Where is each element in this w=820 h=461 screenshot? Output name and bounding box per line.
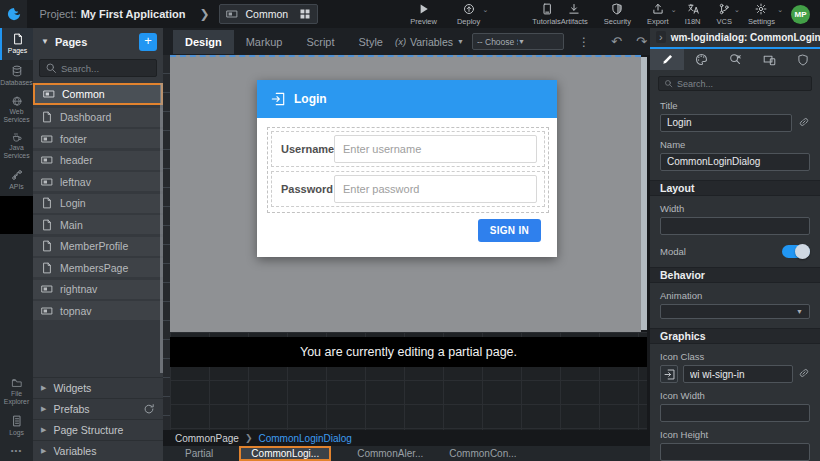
icon-width-input[interactable] — [660, 404, 810, 422]
tab-common-confirm-dialog[interactable]: CommonCon... — [449, 448, 516, 459]
top-bar: Project:My First Application ❯ Common Pr… — [0, 0, 820, 28]
security-button[interactable]: Security — [604, 3, 631, 26]
username-input[interactable] — [334, 135, 537, 163]
page-icon — [41, 197, 53, 209]
page-item-header[interactable]: header — [33, 151, 163, 170]
tab-properties[interactable] — [650, 49, 684, 70]
page-item-memberprofile[interactable]: MemberProfile — [33, 237, 163, 256]
settings-button[interactable]: Settings ⌄ — [748, 3, 775, 26]
form-container[interactable]: Username Password — [267, 127, 549, 213]
partial-icon — [41, 133, 53, 145]
bottom-tab-bar: Partial CommonLogi... CommonAler... Comm… — [163, 446, 650, 461]
collapse-chevron-icon[interactable]: › — [656, 31, 666, 43]
rail-item-logs[interactable]: Logs — [0, 410, 33, 442]
animation-select[interactable]: ▼ — [660, 304, 810, 319]
login-dialog-widget[interactable]: Login Username Password SIGN IN — [257, 80, 557, 257]
rail-item-java-services[interactable]: Java Services — [0, 128, 33, 164]
username-row[interactable]: Username — [271, 131, 545, 167]
preview-button[interactable]: Preview — [410, 3, 437, 26]
add-page-button[interactable]: + — [139, 33, 157, 51]
variables-dropdown[interactable]: (x) Variables ▼ — [395, 36, 464, 48]
gear-icon — [755, 3, 767, 15]
rail-item-file-explorer[interactable]: File Explorer — [0, 374, 33, 410]
page-selector-value: Common — [245, 8, 292, 20]
breadcrumb-current[interactable]: CommonLoginDialog — [258, 433, 351, 444]
page-item-rightnav[interactable]: rightnav — [33, 280, 163, 299]
rail-item-pages[interactable]: Pages — [0, 28, 33, 60]
tab-script[interactable]: Script — [294, 30, 346, 54]
page-item-dashboard[interactable]: Dashboard — [33, 108, 163, 127]
page-item-topnav[interactable]: topnav — [33, 301, 163, 320]
page-item-leftnav[interactable]: leftnav — [33, 172, 163, 191]
password-input[interactable] — [334, 175, 537, 203]
undo-button[interactable]: ↶ — [604, 34, 629, 49]
rail-item-databases[interactable]: Databases — [0, 60, 33, 92]
username-label: Username — [272, 143, 334, 155]
rail-more-button[interactable]: ••• — [0, 442, 33, 461]
page-selector-dropdown[interactable]: Common — [219, 4, 318, 24]
page-icon — [41, 219, 53, 231]
vcs-button[interactable]: VCS ⌄ — [716, 3, 731, 26]
page-item-main[interactable]: Main — [33, 215, 163, 234]
tutorials-button[interactable]: Tutorials — [532, 3, 560, 26]
bind-link-icon[interactable] — [798, 114, 810, 132]
icon-class-input[interactable] — [683, 365, 793, 383]
name-label: Name — [660, 139, 810, 150]
name-input[interactable] — [660, 153, 810, 171]
collapse-triangle-icon[interactable]: ▼ — [41, 37, 49, 46]
wavemaker-logo[interactable] — [0, 0, 27, 28]
project-label: Project: — [39, 8, 76, 20]
refresh-icon[interactable] — [143, 403, 155, 415]
modal-toggle[interactable] — [782, 245, 810, 258]
page-icon — [12, 33, 24, 45]
properties-search-input[interactable] — [677, 79, 806, 89]
dialog-header[interactable]: Login — [257, 80, 557, 118]
page-item-memberspage[interactable]: MembersPage — [33, 258, 163, 277]
section-variables[interactable]: ▶ Variables — [33, 440, 163, 461]
rail-divider-block — [0, 196, 33, 234]
tab-common-alert-dialog[interactable]: CommonAler... — [357, 448, 423, 459]
export-button[interactable]: Export ⌄ — [647, 3, 669, 26]
title-input[interactable] — [660, 114, 792, 132]
breadcrumb-parent[interactable]: CommonPage — [175, 433, 239, 444]
logs-icon — [11, 415, 23, 427]
tab-design[interactable]: Design — [173, 30, 234, 54]
tab-markup[interactable]: Markup — [234, 30, 295, 54]
icon-height-input[interactable] — [660, 443, 810, 461]
page-icon — [41, 111, 53, 123]
tab-common-login-dialog[interactable]: CommonLogi... — [239, 446, 331, 461]
tab-partial[interactable]: Partial — [185, 448, 213, 459]
page-item-common[interactable]: Common — [33, 83, 163, 105]
tab-events[interactable] — [718, 49, 752, 70]
width-input[interactable] — [660, 217, 810, 235]
deploy-button[interactable]: Deploy ⌄ — [457, 3, 480, 26]
more-options-button[interactable]: ⋮ — [572, 35, 596, 49]
properties-panel: › wm-logindialog: CommonLoginDialog Titl… — [650, 28, 820, 461]
artifacts-button[interactable]: Artifacts — [561, 3, 588, 26]
user-avatar[interactable]: MP — [791, 5, 810, 24]
rail-item-apis[interactable]: APIs — [0, 164, 33, 196]
artifacts-icon — [568, 3, 580, 15]
password-row[interactable]: Password — [271, 171, 545, 207]
screen-size-dropdown[interactable]: -- Choose Screen Size -- ▼ — [472, 33, 564, 50]
page-item-login[interactable]: Login — [33, 194, 163, 213]
icon-class-preview-button[interactable] — [660, 365, 678, 383]
section-prefabs[interactable]: ▶ Prefabs — [33, 398, 163, 419]
sign-in-icon — [664, 369, 675, 380]
page-icon — [41, 262, 53, 274]
grid-icon — [299, 8, 311, 20]
sign-in-button[interactable]: SIGN IN — [478, 219, 541, 242]
tab-devices[interactable] — [752, 49, 786, 70]
chevron-right-icon: ❯ — [199, 7, 209, 21]
i18n-button[interactable]: I18N — [685, 3, 701, 26]
section-widgets[interactable]: ▶ Widgets — [33, 377, 163, 398]
rail-item-web-services[interactable]: Web Services — [0, 92, 33, 128]
tab-styles[interactable] — [684, 49, 718, 70]
section-page-structure[interactable]: ▶ Page Structure — [33, 419, 163, 440]
tab-security[interactable] — [786, 49, 820, 70]
bind-link-icon[interactable] — [798, 365, 810, 383]
pages-search-input[interactable] — [61, 63, 151, 74]
tab-style[interactable]: Style — [347, 30, 395, 54]
page-item-footer[interactable]: footer — [33, 129, 163, 148]
canvas-scrollbar[interactable] — [641, 57, 647, 330]
